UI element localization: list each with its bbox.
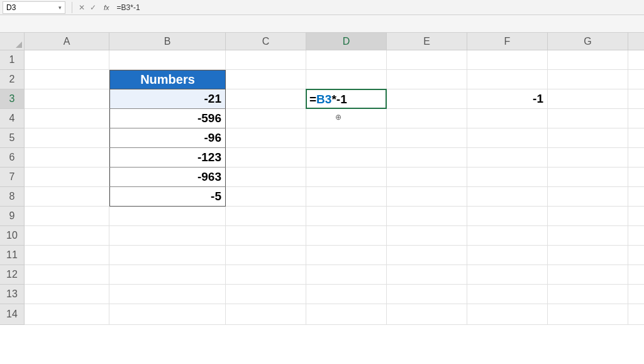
cell-E12[interactable] xyxy=(387,265,467,285)
column-header-B[interactable]: B xyxy=(109,33,226,50)
cell-B3[interactable]: -21 xyxy=(109,89,226,109)
row-header-12[interactable]: 12 xyxy=(0,265,25,285)
cell-G5[interactable] xyxy=(548,128,628,148)
row-header-6[interactable]: 6 xyxy=(0,148,25,168)
cell-A4[interactable] xyxy=(25,109,109,128)
cell-F2[interactable] xyxy=(467,70,548,89)
cell-F4[interactable] xyxy=(467,109,548,128)
column-header-F[interactable]: F xyxy=(467,33,548,50)
cell-D1[interactable] xyxy=(306,50,387,70)
row-header-4[interactable]: 4 xyxy=(0,109,25,128)
row-header-1[interactable]: 1 xyxy=(0,50,25,70)
row-header-2[interactable]: 2 xyxy=(0,70,25,89)
name-box-dropdown-icon[interactable]: ▾ xyxy=(58,4,62,11)
cell-G3[interactable] xyxy=(548,89,628,109)
row-header-7[interactable]: 7 xyxy=(0,168,25,187)
cell-E1[interactable] xyxy=(387,50,467,70)
cell-H11[interactable] xyxy=(628,246,644,265)
cell-E2[interactable] xyxy=(387,70,467,89)
cell-B5[interactable]: -96 xyxy=(109,128,226,148)
row-header-5[interactable]: 5 xyxy=(0,128,25,148)
cell-C1[interactable] xyxy=(226,50,306,70)
cell-D9[interactable] xyxy=(306,207,387,226)
cell-F3[interactable]: -1 xyxy=(467,89,548,109)
cell-D13[interactable] xyxy=(306,285,387,304)
cell-E13[interactable] xyxy=(387,285,467,304)
fx-icon[interactable]: fx xyxy=(104,4,109,11)
cell-C10[interactable] xyxy=(226,226,306,246)
cell-E8[interactable] xyxy=(387,187,467,207)
cell-A1[interactable] xyxy=(25,50,109,70)
cell-F12[interactable] xyxy=(467,265,548,285)
cell-F13[interactable] xyxy=(467,285,548,304)
cell-C4[interactable] xyxy=(226,109,306,128)
cell-D5[interactable] xyxy=(306,128,387,148)
cell-C12[interactable] xyxy=(226,265,306,285)
row-header-9[interactable]: 9 xyxy=(0,207,25,226)
cell-F6[interactable] xyxy=(467,148,548,168)
cell-B9[interactable] xyxy=(109,207,226,226)
cell-E7[interactable] xyxy=(387,168,467,187)
cell-B7[interactable]: -963 xyxy=(109,168,226,187)
cell-D2[interactable] xyxy=(306,70,387,89)
row-header-10[interactable]: 10 xyxy=(0,226,25,246)
select-all-corner[interactable] xyxy=(0,33,25,50)
cell-H10[interactable] xyxy=(628,226,644,246)
cell-B8[interactable]: -5 xyxy=(109,187,226,207)
cell-G8[interactable] xyxy=(548,187,628,207)
cell-D10[interactable] xyxy=(306,226,387,246)
cell-F8[interactable] xyxy=(467,187,548,207)
column-header-G[interactable]: G xyxy=(548,33,628,50)
active-cell-editing[interactable]: =B3*-1 xyxy=(307,90,386,108)
cell-A7[interactable] xyxy=(25,168,109,187)
cell-A10[interactable] xyxy=(25,226,109,246)
column-header-partial[interactable] xyxy=(628,33,644,50)
cells-area[interactable]: =B3*-1 ⊕ Numbers-21-1-596-96-123-963-5 xyxy=(25,50,644,325)
cell-B12[interactable] xyxy=(109,265,226,285)
cell-G12[interactable] xyxy=(548,265,628,285)
row-header-11[interactable]: 11 xyxy=(0,246,25,265)
cell-A11[interactable] xyxy=(25,246,109,265)
cell-F9[interactable] xyxy=(467,207,548,226)
cancel-button[interactable]: ✕ xyxy=(76,2,87,13)
cell-E11[interactable] xyxy=(387,246,467,265)
cell-A2[interactable] xyxy=(25,70,109,89)
cell-H4[interactable] xyxy=(628,109,644,128)
confirm-button[interactable]: ✓ xyxy=(87,2,99,13)
column-header-E[interactable]: E xyxy=(387,33,467,50)
row-header-14[interactable]: 14 xyxy=(0,304,25,325)
cell-A9[interactable] xyxy=(25,207,109,226)
cell-C2[interactable] xyxy=(226,70,306,89)
cell-C7[interactable] xyxy=(226,168,306,187)
name-box[interactable]: D3 ▾ xyxy=(3,1,65,14)
column-header-C[interactable]: C xyxy=(226,33,306,50)
cell-B4[interactable]: -596 xyxy=(109,109,226,128)
cell-H1[interactable] xyxy=(628,50,644,70)
cell-C6[interactable] xyxy=(226,148,306,168)
cell-D8[interactable] xyxy=(306,187,387,207)
cell-G6[interactable] xyxy=(548,148,628,168)
cell-F1[interactable] xyxy=(467,50,548,70)
cell-B13[interactable] xyxy=(109,285,226,304)
cell-C8[interactable] xyxy=(226,187,306,207)
cell-E9[interactable] xyxy=(387,207,467,226)
cell-H13[interactable] xyxy=(628,285,644,304)
cell-D11[interactable] xyxy=(306,246,387,265)
cell-A8[interactable] xyxy=(25,187,109,207)
cell-G1[interactable] xyxy=(548,50,628,70)
cell-G13[interactable] xyxy=(548,285,628,304)
column-header-D[interactable]: D xyxy=(306,33,387,50)
cell-E3[interactable] xyxy=(387,89,467,109)
cell-D4[interactable] xyxy=(306,109,387,128)
cell-C14[interactable] xyxy=(226,304,306,325)
row-header-8[interactable]: 8 xyxy=(0,187,25,207)
cell-H14[interactable] xyxy=(628,304,644,325)
cell-D14[interactable] xyxy=(306,304,387,325)
cell-G14[interactable] xyxy=(548,304,628,325)
cell-F7[interactable] xyxy=(467,168,548,187)
cell-C9[interactable] xyxy=(226,207,306,226)
cell-E14[interactable] xyxy=(387,304,467,325)
cell-H3[interactable] xyxy=(628,89,644,109)
cell-F14[interactable] xyxy=(467,304,548,325)
cell-B6[interactable]: -123 xyxy=(109,148,226,168)
